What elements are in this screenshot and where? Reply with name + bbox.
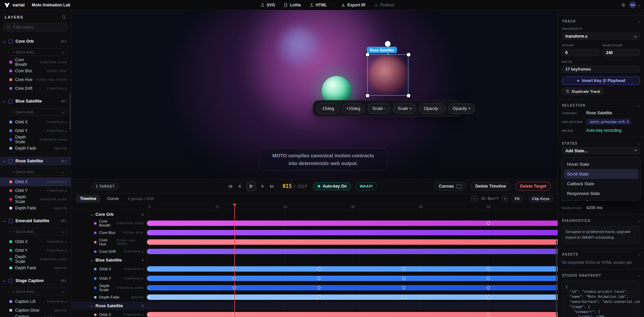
scroll-state-option[interactable]: Scroll State xyxy=(564,169,638,179)
timeline-track-row[interactable]: Core Drifttransform.y› xyxy=(71,247,558,256)
add-state-select[interactable]: Add State... xyxy=(562,147,640,154)
resize-handle-bottom-left[interactable] xyxy=(365,93,370,98)
account-menu[interactable]: RS xyxy=(629,1,640,8)
layer-filter[interactable] xyxy=(3,23,68,32)
canvas-toggle-button[interactable]: Canvas xyxy=(434,182,466,191)
track-bar[interactable]: › xyxy=(147,312,558,317)
duplicate-track-button[interactable]: Duplicate Track xyxy=(562,88,604,95)
-15deg-button[interactable]: -15deg xyxy=(316,103,339,114)
rotation-handle[interactable] xyxy=(384,40,391,47)
track-section-header[interactable]: TRACK xyxy=(562,19,640,23)
resize-handle-top-right[interactable] xyxy=(406,52,411,57)
opacity---button[interactable]: Opacity - xyxy=(419,103,445,114)
keys-input[interactable]: 17 keyframes xyxy=(562,66,640,73)
layer-track-item[interactable]: Depth Fadeopacity xyxy=(0,264,71,272)
autokey-toggle[interactable]: Auto-key On xyxy=(313,182,351,190)
zoom-in-button[interactable]: + xyxy=(501,195,509,202)
track-bar[interactable]: › xyxy=(147,294,558,300)
quick-add-select[interactable]: + Quick Add... xyxy=(9,168,68,175)
svg-export-button[interactable]: SVG xyxy=(257,1,278,9)
step-forward-icon[interactable] xyxy=(261,184,265,188)
layer-track-item[interactable]: Depth Fadeopacity xyxy=(0,204,71,212)
responsive-state-option[interactable]: Responsive State xyxy=(564,189,638,198)
layer-track-item[interactable]: Core Drifttransform.y xyxy=(0,84,71,93)
scale-+-button[interactable]: Scale + xyxy=(393,103,416,114)
scale---button[interactable]: Scale - xyxy=(368,103,390,114)
skip-end-icon[interactable] xyxy=(270,184,274,189)
snapshot-section-header[interactable]: STUDIO SNAPSHOT xyxy=(562,274,640,277)
start-input[interactable]: 0 xyxy=(562,49,599,56)
quick-add-select[interactable]: + Quick Add... xyxy=(9,108,68,116)
skip-start-icon[interactable] xyxy=(228,184,233,189)
track-bar[interactable]: › xyxy=(147,285,558,290)
timeline-group-row[interactable]: Blue Satellite4 xyxy=(71,256,558,264)
publish-export-button[interactable]: Publish xyxy=(371,1,398,9)
layer-track-item[interactable]: Orbit Ytransform.y xyxy=(0,186,71,195)
layer-track-item[interactable]: Orbit Xtransform.x xyxy=(0,177,71,186)
layer-checkbox[interactable] xyxy=(8,39,13,44)
studio-snapshot-code[interactable]: { "id": "studio-project-local", "name": … xyxy=(562,281,640,317)
quick-add-select[interactable]: + Quick Add... xyxy=(9,288,68,295)
layer-track-item[interactable]: Orbit Ytransform.y xyxy=(0,246,71,255)
+15deg-button[interactable]: +15deg xyxy=(341,103,365,114)
sidebar-scrollbar[interactable] xyxy=(70,93,71,130)
track-bar[interactable]: › xyxy=(147,239,558,245)
layer-group-header[interactable]: Blue Satellite4tr xyxy=(0,97,71,106)
tab-curve[interactable]: Curve xyxy=(104,195,122,202)
layer-track-item[interactable]: Depth Scaletransform.scale xyxy=(0,135,71,144)
layer-track-item[interactable]: Core Huefilter.hue-rotate xyxy=(0,75,71,84)
zoom-out-button[interactable]: - xyxy=(471,195,478,202)
layer-track-item[interactable]: Core Breathtransform.scale xyxy=(0,58,71,67)
diagnostics-section-header[interactable]: DIAGNOSTICS xyxy=(562,219,640,223)
layer-track-item[interactable]: Orbit Ytransform.y xyxy=(0,126,71,135)
clip-keys-button[interactable]: Clip Keys xyxy=(529,195,553,202)
fit-button[interactable]: Fit xyxy=(512,195,523,202)
quick-add-select[interactable]: + Quick Add... xyxy=(9,228,68,235)
selection-box[interactable] xyxy=(367,54,408,95)
callback-state-option[interactable]: Callback State xyxy=(564,179,638,189)
layer-checkbox[interactable] xyxy=(8,99,13,104)
timeline-ruler[interactable]: 01224364860 xyxy=(71,204,558,210)
delete-timeline-button[interactable]: Delete Timeline xyxy=(471,182,511,191)
layer-track-item[interactable]: Orbit Xtransform.x xyxy=(0,237,71,246)
assets-section-header[interactable]: ASSETS xyxy=(562,252,640,256)
quick-add-select[interactable]: + Quick Add... xyxy=(9,48,68,56)
layer-track-item[interactable]: Orbit Xtransform.x xyxy=(0,118,71,126)
opacity-+-button[interactable]: Opacity + xyxy=(448,103,475,114)
play-button[interactable] xyxy=(246,181,256,191)
property-select[interactable]: transform.x xyxy=(562,33,640,40)
duration-input[interactable]: 240 xyxy=(603,49,640,56)
timeline-track-row[interactable]: Core Huefilter.hue-rotate› xyxy=(71,237,558,247)
layer-checkbox[interactable] xyxy=(8,279,13,283)
insert-key-button[interactable]: + Insert Key @ Playhead xyxy=(562,77,640,85)
timeline-track-row[interactable]: Orbit Xtransform.x› xyxy=(71,264,558,274)
track-bar[interactable]: › xyxy=(147,276,558,281)
layer-group-header[interactable]: Core Orb4tr xyxy=(0,37,71,46)
playhead[interactable] xyxy=(234,204,235,317)
layer-group-header[interactable]: Emerald Satellite4tr xyxy=(0,216,71,225)
states-section-header[interactable]: STATES xyxy=(562,142,640,145)
track-bar[interactable]: › xyxy=(147,266,558,272)
layer-filter-input[interactable] xyxy=(13,25,60,30)
timeline-track-row[interactable]: Orbit Ytransform.y› xyxy=(71,274,558,283)
timeline-scrollbar[interactable] xyxy=(556,241,557,316)
lottie-export-button[interactable]: Lottie xyxy=(281,1,304,9)
html-export-button[interactable]: HTML xyxy=(307,1,330,9)
stage-canvas[interactable]: Rose Satellite -15deg+15degScale -Scale … xyxy=(71,10,558,179)
timeline-group-row[interactable]: Core Orb4 xyxy=(71,210,558,219)
export-ir-export-button[interactable]: Export IR xyxy=(338,1,368,9)
layer-track-item[interactable]: Caption Glowopacity xyxy=(0,306,71,315)
layer-track-item[interactable]: Depth Scaletransform.scale xyxy=(0,195,71,204)
search-icon[interactable] xyxy=(62,15,66,19)
tab-timeline[interactable]: Timeline xyxy=(76,195,100,202)
timeline-track-row[interactable]: Orbit Xtransform.x› xyxy=(71,310,558,317)
selection-section-header[interactable]: SELECTION xyxy=(562,104,640,107)
avatar[interactable]: RS xyxy=(629,1,636,8)
timeline-group-row[interactable]: Rose Satellite4 xyxy=(71,302,558,310)
layer-track-item[interactable]: Core Blurfilter.blur xyxy=(0,67,71,75)
timeline-track-row[interactable]: Depth Scaletransform.scale› xyxy=(71,283,558,292)
layer-checkbox[interactable] xyxy=(8,219,13,223)
step-back-icon[interactable] xyxy=(237,184,241,188)
layer-group-header[interactable]: Stage Caption4tr xyxy=(0,276,71,285)
timeline-track-row[interactable]: Core Breathtransform.scale› xyxy=(71,219,558,228)
